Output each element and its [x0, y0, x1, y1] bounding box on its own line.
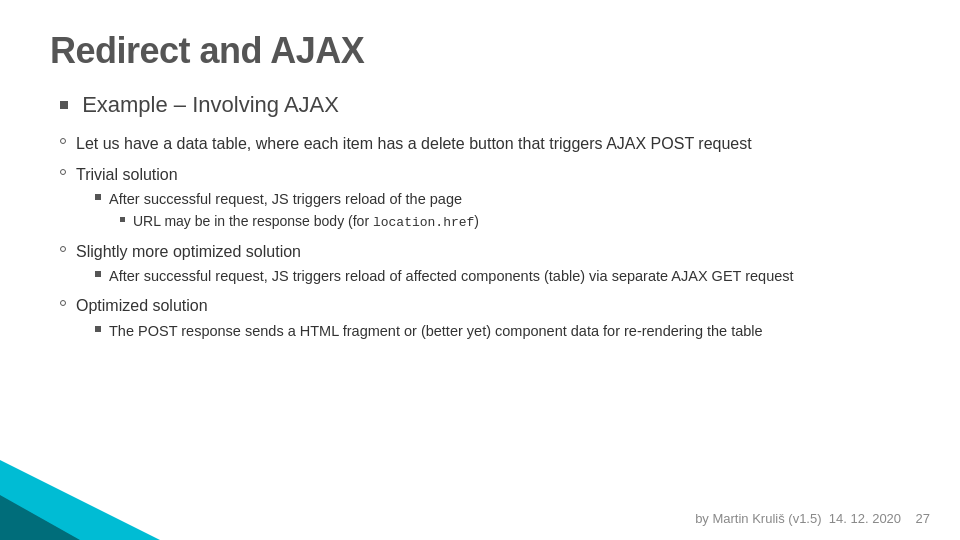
square-bullet-icon-2a1	[120, 217, 125, 222]
sub-bullet-text-4a: The POST response sends a HTML fragment …	[109, 321, 763, 341]
slide-content: Example – Involving AJAX Let us have a d…	[50, 92, 910, 341]
bullet-text-2: Trivial solution	[76, 163, 910, 186]
slide: Redirect and AJAX Example – Involving AJ…	[0, 0, 960, 540]
sub-bullet-text-3a: After successful request, JS triggers re…	[109, 266, 794, 286]
sub-bullet-text-2a: After successful request, JS triggers re…	[109, 189, 462, 209]
subtitle-bullet-icon	[60, 101, 68, 109]
footer-author: by Martin Kruliš (v1.5)	[695, 511, 821, 526]
bullet-main-2: Trivial solution	[60, 163, 910, 186]
bullet-item-4: Optimized solution The POST response sen…	[60, 294, 910, 340]
circle-bullet-icon-3	[60, 246, 66, 252]
sub-bullet-3a: After successful request, JS triggers re…	[95, 266, 910, 286]
slide-title: Redirect and AJAX	[50, 30, 910, 72]
bullet-main-4: Optimized solution	[60, 294, 910, 317]
sub-sub-bullet-2a1: URL may be in the response body (for loc…	[120, 212, 910, 232]
circle-bullet-icon-1	[60, 138, 66, 144]
square-bullet-icon-2a	[95, 194, 101, 200]
bullet-text-1: Let us have a data table, where each ite…	[76, 132, 910, 155]
slide-subtitle: Example – Involving AJAX	[60, 92, 910, 118]
footer-page: 27	[916, 511, 930, 526]
circle-bullet-icon-4	[60, 300, 66, 306]
circle-bullet-icon-2	[60, 169, 66, 175]
sub-sub-bullet-text-2a1: URL may be in the response body (for loc…	[133, 212, 479, 232]
footer: by Martin Kruliš (v1.5) 14. 12. 2020 27	[0, 511, 960, 526]
bullet-main-3: Slightly more optimized solution	[60, 240, 910, 263]
code-location-href: location.href	[373, 215, 474, 230]
bullet-item-2: Trivial solution After successful reques…	[60, 163, 910, 232]
bullet-item-1: Let us have a data table, where each ite…	[60, 132, 910, 155]
square-bullet-icon-4a	[95, 326, 101, 332]
bullet-text-3: Slightly more optimized solution	[76, 240, 910, 263]
bullet-text-4: Optimized solution	[76, 294, 910, 317]
footer-date: 14. 12. 2020	[829, 511, 901, 526]
sub-bullet-4a: The POST response sends a HTML fragment …	[95, 321, 910, 341]
bullet-main-1: Let us have a data table, where each ite…	[60, 132, 910, 155]
sub-bullet-2a: After successful request, JS triggers re…	[95, 189, 910, 209]
square-bullet-icon-3a	[95, 271, 101, 277]
bullet-item-3: Slightly more optimized solution After s…	[60, 240, 910, 286]
